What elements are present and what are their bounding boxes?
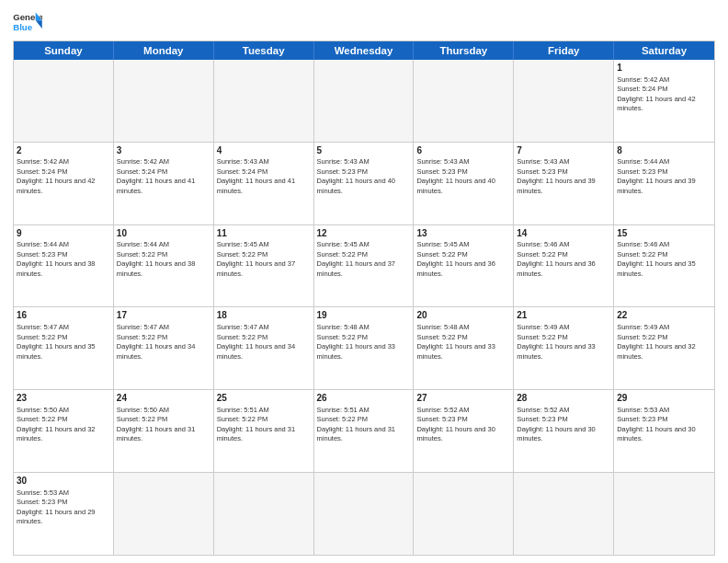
cell-sunset: Sunset: 5:22 PM	[317, 250, 368, 259]
empty-cell	[514, 60, 614, 142]
cell-sunset: Sunset: 5:22 PM	[617, 333, 667, 341]
cell-sunset: Sunset: 5:22 PM	[517, 250, 567, 259]
cell-sunset: Sunset: 5:24 PM	[217, 167, 267, 176]
cell-sunset: Sunset: 5:24 PM	[617, 85, 667, 93]
cell-daylight: Daylight: 11 hours and 35 minutes.	[617, 259, 695, 278]
calendar: SundayMondayTuesdayWednesdayThursdayFrid…	[13, 40, 715, 556]
cell-sunset: Sunset: 5:22 PM	[217, 333, 267, 341]
cell-sunset: Sunset: 5:23 PM	[17, 498, 67, 506]
cell-sunrise: Sunrise: 5:42 AM	[617, 75, 669, 84]
day-number: 21	[517, 309, 610, 322]
calendar-day-13: 13Sunrise: 5:45 AMSunset: 5:22 PMDayligh…	[414, 225, 514, 307]
cell-sunset: Sunset: 5:22 PM	[17, 333, 67, 341]
cell-sunrise: Sunrise: 5:44 AM	[117, 240, 169, 248]
cell-daylight: Daylight: 11 hours and 36 minutes.	[517, 259, 595, 278]
calendar-week-3: 16Sunrise: 5:47 AMSunset: 5:22 PMDayligh…	[14, 306, 714, 389]
header-day-tuesday: Tuesday	[214, 41, 314, 60]
day-number: 10	[117, 227, 210, 240]
day-number: 20	[416, 309, 510, 322]
svg-text:Blue: Blue	[13, 22, 32, 32]
cell-sunrise: Sunrise: 5:52 AM	[416, 406, 469, 414]
cell-sunrise: Sunrise: 5:49 AM	[617, 323, 669, 331]
calendar-week-2: 9Sunrise: 5:44 AMSunset: 5:23 PMDaylight…	[14, 224, 714, 307]
cell-sunrise: Sunrise: 5:47 AM	[217, 323, 269, 331]
calendar-day-6: 6Sunrise: 5:43 AMSunset: 5:23 PMDaylight…	[414, 143, 514, 224]
calendar-day-2: 2Sunrise: 5:42 AMSunset: 5:24 PMDaylight…	[14, 143, 114, 224]
day-number: 11	[217, 227, 311, 240]
cell-sunrise: Sunrise: 5:53 AM	[617, 406, 669, 414]
cell-daylight: Daylight: 11 hours and 37 minutes.	[217, 259, 295, 278]
cell-daylight: Daylight: 11 hours and 42 minutes.	[17, 177, 95, 195]
day-number: 15	[617, 227, 711, 240]
calendar-week-4: 23Sunrise: 5:50 AMSunset: 5:22 PMDayligh…	[14, 389, 714, 472]
cell-sunset: Sunset: 5:23 PM	[517, 415, 567, 423]
cell-sunset: Sunset: 5:22 PM	[416, 333, 467, 341]
calendar-day-29: 29Sunrise: 5:53 AMSunset: 5:23 PMDayligh…	[614, 390, 714, 472]
calendar-day-28: 28Sunrise: 5:52 AMSunset: 5:23 PMDayligh…	[514, 390, 614, 472]
calendar-day-30: 30Sunrise: 5:53 AMSunset: 5:23 PMDayligh…	[14, 473, 114, 555]
cell-sunset: Sunset: 5:22 PM	[217, 415, 267, 423]
calendar-day-7: 7Sunrise: 5:43 AMSunset: 5:23 PMDaylight…	[514, 143, 614, 224]
cell-sunset: Sunset: 5:23 PM	[617, 167, 667, 176]
cell-sunset: Sunset: 5:22 PM	[217, 250, 267, 259]
header: General Blue	[13, 9, 715, 35]
cell-sunrise: Sunrise: 5:44 AM	[617, 157, 669, 166]
cell-sunset: Sunset: 5:23 PM	[416, 415, 467, 423]
calendar-day-26: 26Sunrise: 5:51 AMSunset: 5:22 PMDayligh…	[314, 390, 415, 472]
calendar-day-5: 5Sunrise: 5:43 AMSunset: 5:23 PMDaylight…	[314, 143, 415, 224]
cell-sunrise: Sunrise: 5:47 AM	[117, 323, 169, 331]
cell-daylight: Daylight: 11 hours and 39 minutes.	[617, 177, 695, 195]
cell-daylight: Daylight: 11 hours and 32 minutes.	[17, 425, 95, 443]
calendar-header: SundayMondayTuesdayWednesdayThursdayFrid…	[14, 41, 714, 60]
logo: General Blue	[13, 9, 42, 35]
cell-sunset: Sunset: 5:22 PM	[117, 250, 167, 259]
calendar-day-27: 27Sunrise: 5:52 AMSunset: 5:23 PMDayligh…	[414, 390, 514, 472]
day-number: 27	[416, 392, 510, 405]
cell-sunset: Sunset: 5:22 PM	[117, 415, 167, 423]
cell-sunset: Sunset: 5:23 PM	[617, 415, 667, 423]
calendar-day-1: 1Sunrise: 5:42 AMSunset: 5:24 PMDaylight…	[614, 60, 714, 142]
cell-sunrise: Sunrise: 5:53 AM	[17, 488, 69, 497]
cell-sunset: Sunset: 5:22 PM	[17, 415, 67, 423]
calendar-day-24: 24Sunrise: 5:50 AMSunset: 5:22 PMDayligh…	[114, 390, 214, 472]
day-number: 17	[117, 309, 210, 322]
cell-daylight: Daylight: 11 hours and 33 minutes.	[317, 342, 395, 361]
cell-sunrise: Sunrise: 5:45 AM	[217, 240, 269, 248]
header-day-thursday: Thursday	[414, 41, 514, 60]
calendar-day-20: 20Sunrise: 5:48 AMSunset: 5:22 PMDayligh…	[414, 307, 514, 389]
calendar-week-5: 30Sunrise: 5:53 AMSunset: 5:23 PMDayligh…	[14, 472, 714, 555]
cell-daylight: Daylight: 11 hours and 30 minutes.	[617, 425, 695, 443]
calendar-day-4: 4Sunrise: 5:43 AMSunset: 5:24 PMDaylight…	[214, 143, 314, 224]
empty-cell	[314, 473, 415, 555]
cell-sunrise: Sunrise: 5:50 AM	[17, 406, 69, 414]
cell-sunrise: Sunrise: 5:47 AM	[17, 323, 69, 331]
day-number: 14	[517, 227, 610, 240]
cell-sunset: Sunset: 5:22 PM	[117, 333, 167, 341]
header-day-wednesday: Wednesday	[314, 41, 415, 60]
calendar-day-22: 22Sunrise: 5:49 AMSunset: 5:22 PMDayligh…	[614, 307, 714, 389]
cell-sunset: Sunset: 5:24 PM	[17, 167, 67, 176]
cell-daylight: Daylight: 11 hours and 33 minutes.	[416, 342, 495, 361]
cell-sunrise: Sunrise: 5:43 AM	[317, 157, 370, 166]
generalblue-logo-icon: General Blue	[13, 9, 42, 35]
cell-sunrise: Sunrise: 5:43 AM	[517, 157, 569, 166]
calendar-day-17: 17Sunrise: 5:47 AMSunset: 5:22 PMDayligh…	[114, 307, 214, 389]
day-number: 19	[317, 309, 411, 322]
day-number: 24	[117, 392, 210, 405]
cell-sunrise: Sunrise: 5:49 AM	[517, 323, 569, 331]
cell-sunset: Sunset: 5:22 PM	[416, 250, 467, 259]
empty-cell	[414, 60, 514, 142]
header-day-saturday: Saturday	[614, 41, 714, 60]
empty-cell	[414, 473, 514, 555]
calendar-day-15: 15Sunrise: 5:46 AMSunset: 5:22 PMDayligh…	[614, 225, 714, 307]
cell-daylight: Daylight: 11 hours and 29 minutes.	[17, 508, 95, 526]
calendar-day-3: 3Sunrise: 5:42 AMSunset: 5:24 PMDaylight…	[114, 143, 214, 224]
calendar-week-1: 2Sunrise: 5:42 AMSunset: 5:24 PMDaylight…	[14, 142, 714, 224]
cell-sunset: Sunset: 5:23 PM	[517, 167, 567, 176]
cell-daylight: Daylight: 11 hours and 37 minutes.	[317, 259, 395, 278]
cell-sunrise: Sunrise: 5:44 AM	[17, 240, 69, 248]
day-number: 22	[617, 309, 711, 322]
empty-cell	[14, 60, 114, 142]
empty-cell	[114, 473, 214, 555]
day-number: 25	[217, 392, 311, 405]
